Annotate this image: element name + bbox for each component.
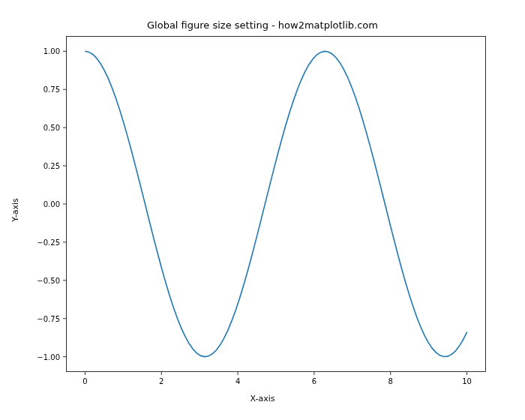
- x-tick-label: 0: [82, 377, 87, 386]
- y-tick-label: 0.25: [44, 162, 60, 170]
- figure: Global figure size setting - how2matplot…: [0, 0, 525, 420]
- x-tick-label: 8: [388, 377, 393, 386]
- y-tick-label: 1.00: [44, 47, 60, 56]
- plot-axes: 0246810 −1.00−0.75−0.50−0.250.000.250.50…: [66, 36, 486, 372]
- y-axis-label: Y-axis: [10, 198, 20, 221]
- y-tick-label: −0.50: [37, 276, 60, 284]
- y-tick-label: −0.25: [37, 238, 60, 246]
- x-axis-label: X-axis: [0, 394, 525, 404]
- x-tick-group: [85, 372, 466, 375]
- y-tick-label: −1.00: [37, 352, 60, 361]
- x-tick-label: 10: [462, 377, 472, 386]
- axes-svg: [66, 36, 486, 372]
- x-tick-label: 6: [312, 377, 316, 386]
- x-tick-label: 4: [236, 377, 240, 386]
- y-tick-label: 0.75: [44, 86, 60, 94]
- x-tick-label: 2: [159, 377, 164, 386]
- y-tick-label: 0.00: [44, 200, 60, 208]
- line-series: [85, 51, 466, 356]
- chart-title: Global figure size setting - how2matplot…: [0, 20, 525, 31]
- y-tick-label: −0.75: [37, 314, 60, 322]
- axes-spine: [67, 37, 486, 372]
- y-tick-label: 0.50: [44, 124, 60, 132]
- y-tick-group: [63, 51, 66, 356]
